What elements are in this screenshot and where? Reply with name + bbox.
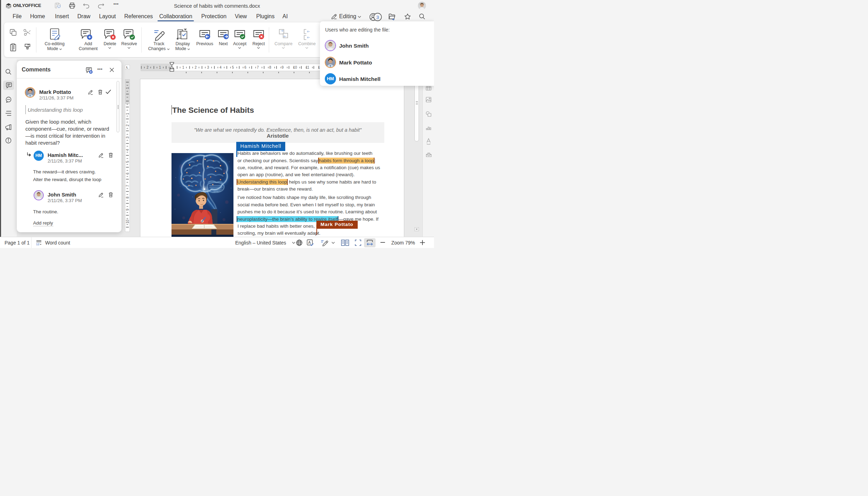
svg-text:3: 3 [376, 14, 379, 20]
svg-text:6: 6 [125, 172, 129, 174]
svg-text:4: 4 [219, 66, 222, 69]
svg-text:3: 3 [207, 66, 209, 69]
svg-text:3: 3 [125, 136, 129, 138]
svg-text:1: 1 [159, 66, 161, 69]
svg-text:4: 4 [125, 149, 129, 151]
svg-text:8: 8 [269, 66, 271, 69]
svg-text:8: 8 [125, 197, 129, 199]
svg-text:2: 2 [195, 66, 197, 69]
svg-text:1: 1 [125, 87, 129, 89]
svg-text:9: 9 [125, 208, 129, 211]
svg-text:7: 7 [257, 66, 259, 69]
svg-text:9: 9 [281, 66, 284, 69]
svg-text:12: 12 [36, 242, 40, 246]
svg-text:1: 1 [182, 66, 184, 69]
svg-text:2: 2 [125, 124, 129, 126]
svg-text:6: 6 [244, 66, 246, 69]
svg-text:7: 7 [125, 185, 129, 187]
svg-text:A: A [308, 240, 311, 244]
svg-text:10: 10 [293, 66, 297, 69]
svg-text:2: 2 [146, 66, 148, 69]
svg-text:10: 10 [125, 220, 129, 224]
svg-text:1: 1 [125, 113, 129, 115]
svg-text:5: 5 [232, 66, 234, 69]
svg-text:5: 5 [125, 161, 129, 163]
